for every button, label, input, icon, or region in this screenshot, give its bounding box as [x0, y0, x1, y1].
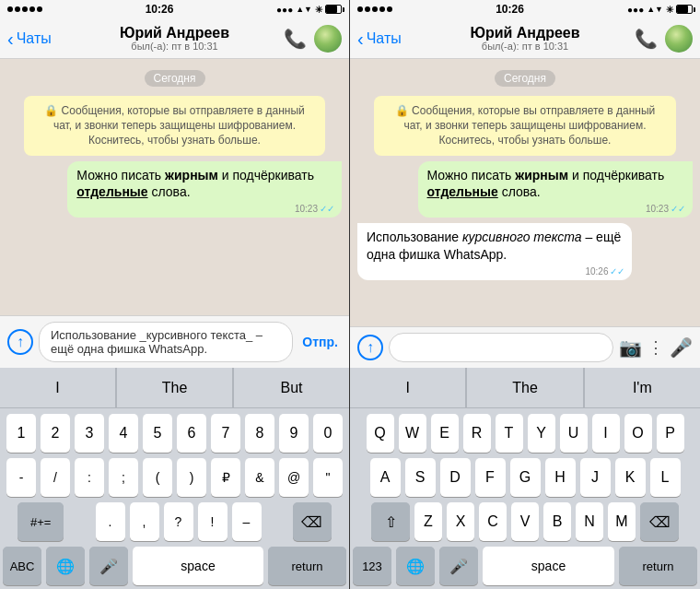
upload-button-right[interactable]: ↑	[357, 335, 383, 360]
key-3[interactable]: 3	[75, 414, 104, 453]
system-message-left[interactable]: 🔒 Сообщения, которые вы отправляете в да…	[24, 96, 325, 156]
key-Z[interactable]: Z	[414, 502, 442, 541]
camera-button[interactable]: 📷	[619, 336, 642, 359]
more-button[interactable]: ⋮	[648, 337, 664, 358]
mic-button[interactable]: 🎤	[670, 336, 693, 359]
key-D[interactable]: D	[440, 458, 471, 497]
key-space-right[interactable]: space	[483, 547, 614, 585]
key-1[interactable]: 1	[6, 414, 36, 453]
key-lparen[interactable]: (	[143, 458, 172, 497]
message-input-left[interactable]: Использование _курсивного текста_ – ещё …	[39, 322, 293, 362]
key-G[interactable]: G	[510, 458, 541, 497]
key-delete-left[interactable]: ⌫	[293, 502, 332, 541]
key-abc[interactable]: ABC	[3, 547, 41, 585]
key-C[interactable]: C	[479, 502, 507, 541]
send-button-left[interactable]: Отпр.	[298, 331, 342, 353]
key-Y[interactable]: Y	[528, 414, 555, 453]
key-6[interactable]: 6	[177, 414, 206, 453]
arrow-icon: ▲▼	[296, 5, 312, 14]
key-B[interactable]: B	[543, 502, 571, 541]
key-W[interactable]: W	[399, 414, 426, 453]
phone-icon-right[interactable]: 📞	[635, 28, 658, 50]
key-mic[interactable]: 🎤	[89, 547, 128, 585]
key-2[interactable]: 2	[41, 414, 70, 453]
key-S[interactable]: S	[405, 458, 436, 497]
message-input-right[interactable]	[389, 333, 613, 362]
suggestion-The-left[interactable]: The	[117, 368, 233, 407]
key-4[interactable]: 4	[109, 414, 138, 453]
key-ampersand[interactable]: &	[245, 458, 274, 497]
key-T[interactable]: T	[496, 414, 523, 453]
key-colon[interactable]: :	[75, 458, 104, 497]
phone-icon-left[interactable]: 📞	[284, 28, 307, 50]
key-shift[interactable]: ⇧	[371, 502, 410, 541]
key-A[interactable]: A	[370, 458, 401, 497]
key-U[interactable]: U	[560, 414, 588, 453]
nav-title-area-left: Юрий Андреев был(-а): пт в 10:31	[120, 25, 229, 53]
key-8[interactable]: 8	[245, 414, 274, 453]
key-L[interactable]: L	[650, 458, 681, 497]
key-J[interactable]: J	[580, 458, 611, 497]
key-dash[interactable]: -	[6, 458, 36, 497]
key-H[interactable]: H	[545, 458, 576, 497]
avatar-left[interactable]	[314, 25, 342, 53]
key-P[interactable]: P	[657, 414, 684, 453]
key-9[interactable]: 9	[279, 414, 309, 453]
key-0[interactable]: 0	[313, 414, 343, 453]
key-exclaim[interactable]: !	[198, 502, 228, 541]
nav-title-right: Юрий Андреев	[470, 25, 579, 41]
key-O[interactable]: O	[624, 414, 652, 453]
key-123[interactable]: 123	[353, 547, 391, 585]
key-space[interactable]: space	[133, 547, 263, 585]
key-globe-right[interactable]: 🌐	[396, 547, 435, 585]
key-V[interactable]: V	[511, 502, 539, 541]
key-7[interactable]: 7	[211, 414, 240, 453]
back-button-left[interactable]: ‹ Чаты	[7, 29, 52, 48]
key-F[interactable]: F	[475, 458, 506, 497]
back-label-left: Чаты	[17, 30, 52, 47]
avatar-right[interactable]	[665, 25, 693, 53]
nav-bar-left: ‹ Чаты Юрий Андреев был(-а): пт в 10:31 …	[0, 18, 349, 59]
key-question[interactable]: ?	[164, 502, 193, 541]
key-I[interactable]: I	[592, 414, 620, 453]
key-globe[interactable]: 🌐	[46, 547, 85, 585]
key-hashplus[interactable]: #+=	[18, 502, 64, 541]
key-R[interactable]: R	[463, 414, 491, 453]
key-slash[interactable]: /	[41, 458, 70, 497]
suggestion-The-right[interactable]: The	[467, 368, 583, 407]
key-K[interactable]: K	[615, 458, 646, 497]
key-endash[interactable]: –	[232, 502, 262, 541]
key-period[interactable]: .	[96, 502, 125, 541]
chevron-left-icon-right: ‹	[357, 29, 364, 48]
read-check-out-right: ✓✓	[671, 203, 685, 216]
suggestion-I-right[interactable]: I	[350, 368, 466, 407]
key-E[interactable]: E	[431, 414, 459, 453]
key-comma[interactable]: ,	[130, 502, 159, 541]
chevron-left-icon: ‹	[7, 29, 14, 48]
key-at[interactable]: @	[279, 458, 309, 497]
suggestion-I-left[interactable]: I	[0, 368, 116, 407]
qrow-bottom: 123 🌐 🎤 space return	[353, 547, 697, 585]
key-mic-right[interactable]: 🎤	[439, 547, 478, 585]
suggestion-But-left[interactable]: But	[234, 368, 349, 407]
nav-subtitle-left: был(-а): пт в 10:31	[120, 41, 229, 52]
status-time-right: 10:26	[496, 3, 524, 16]
key-X[interactable]: X	[447, 502, 474, 541]
key-N[interactable]: N	[576, 502, 603, 541]
system-message-right[interactable]: 🔒 Сообщения, которые вы отправляете в да…	[374, 96, 676, 156]
upload-button-left[interactable]: ↑	[7, 329, 33, 355]
key-rparen[interactable]: )	[177, 458, 206, 497]
key-M[interactable]: M	[608, 502, 636, 541]
signal-dots	[7, 6, 42, 12]
key-quote[interactable]: "	[313, 458, 343, 497]
key-ruble[interactable]: ₽	[211, 458, 240, 497]
key-semicolon[interactable]: ;	[109, 458, 138, 497]
key-5[interactable]: 5	[143, 414, 172, 453]
key-Q[interactable]: Q	[367, 414, 394, 453]
suggestion-Im-right[interactable]: I'm	[585, 368, 700, 407]
back-button-right[interactable]: ‹ Чаты	[357, 29, 402, 48]
key-delete-right[interactable]: ⌫	[640, 502, 679, 541]
chat-area-left: Сегодня 🔒 Сообщения, которые вы отправля…	[0, 59, 349, 315]
key-return[interactable]: return	[268, 547, 346, 585]
key-return-right[interactable]: return	[619, 547, 697, 585]
